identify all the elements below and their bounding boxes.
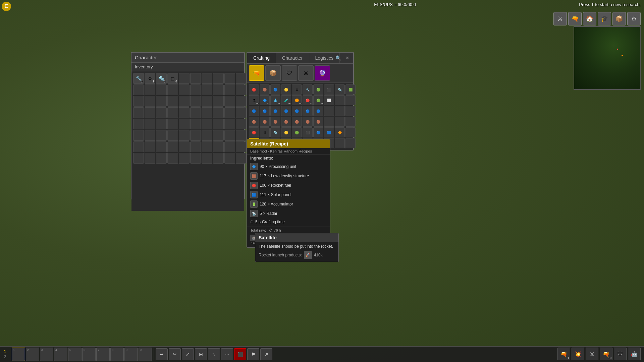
recipe-cell-r3c2[interactable]: 🔵 <box>260 106 270 116</box>
recipe-cell-r1c4[interactable]: 🟡 <box>281 84 291 95</box>
recipe-cell-r1c5[interactable]: ⚙ <box>292 84 302 95</box>
recipe-cell-r5c4[interactable]: 🟡 <box>281 127 291 137</box>
hotbar-slot-2[interactable]: 2 <box>26 348 39 361</box>
recipe-cell-r2c10[interactable] <box>345 95 356 105</box>
recipe-cell-r4c2[interactable]: 🟤 <box>260 117 270 127</box>
recipe-cell-r2c7[interactable]: 🟢∞ <box>313 95 323 105</box>
c-logo[interactable]: C <box>2 2 11 11</box>
recipe-cell-r2c9[interactable] <box>335 95 345 105</box>
cat-icon-gun[interactable]: 🔫 <box>249 65 264 81</box>
hotbar-slot-7[interactable]: 7 <box>96 348 110 361</box>
toolbar-icon-inventory[interactable]: 📦 <box>612 12 626 25</box>
inv-slot-14[interactable] <box>167 84 178 95</box>
recipe-cell-r6c10[interactable] <box>345 138 356 148</box>
right-icon-sword[interactable]: ⚔ <box>586 348 598 360</box>
inv-slot-54[interactable] <box>167 130 178 141</box>
toolbar-icon-combat[interactable]: ⚔ <box>553 12 567 25</box>
hotbar-slot-8[interactable]: 8 <box>110 348 124 361</box>
inv-slot-33[interactable] <box>156 107 167 118</box>
inv-slot-15[interactable] <box>179 84 190 95</box>
inv-slot-23[interactable] <box>156 96 167 107</box>
inv-slot-52[interactable] <box>145 130 155 141</box>
inv-slot-26[interactable] <box>190 96 201 107</box>
recipe-cell-r1c2[interactable]: 🟤 <box>260 84 270 95</box>
right-icon-shield[interactable]: 🛡 <box>614 348 627 360</box>
inv-slot-80[interactable] <box>236 153 247 164</box>
recipe-cell-r5c7[interactable]: 🔵 <box>313 127 323 137</box>
recipe-cell-r4c9[interactable] <box>335 117 345 127</box>
inv-slot-5[interactable] <box>179 73 190 84</box>
recipe-cell-r3c7[interactable]: 🔵 <box>313 106 323 116</box>
hotbar-slot-0[interactable]: 0 <box>139 348 152 361</box>
cat-icon-ammo[interactable]: 📦 <box>265 65 281 81</box>
inv-slot-24[interactable] <box>167 96 178 107</box>
inv-slot-29[interactable] <box>224 96 235 107</box>
recipe-cell-r2c6[interactable]: 🔴∞ <box>303 95 313 105</box>
recipe-cell-r4c1[interactable]: 🟤 <box>249 117 259 127</box>
recipe-cell-r6c9[interactable] <box>335 138 345 148</box>
recipe-cell-r2c1[interactable]: ⚗∞ <box>249 95 259 105</box>
inv-slot-60[interactable] <box>236 130 247 141</box>
recipe-cell-r2c4[interactable]: 🧪∞ <box>281 95 291 105</box>
inv-slot-53[interactable] <box>156 130 167 141</box>
tab-crafting[interactable]: Crafting <box>247 53 276 63</box>
hotbar-slot-3[interactable]: 3 <box>40 348 53 361</box>
action-dots[interactable]: ··· <box>221 348 233 360</box>
inv-slot-46[interactable] <box>190 119 201 129</box>
inv-slot-8[interactable] <box>213 73 224 84</box>
inv-slot-3[interactable]: 🔩1 <box>156 73 167 84</box>
hotbar-slot-4[interactable]: 4 <box>54 348 67 361</box>
inv-slot-57[interactable] <box>202 130 212 141</box>
inv-slot-11[interactable] <box>133 84 144 95</box>
minimap[interactable] <box>574 26 641 90</box>
recipe-cell-r5c1[interactable]: 🔴 <box>249 127 259 137</box>
close-button[interactable]: ✕ <box>343 54 352 62</box>
inv-slot-4[interactable]: ◻8 <box>167 73 178 84</box>
inv-slot-36[interactable] <box>190 107 201 118</box>
inv-slot-44[interactable] <box>167 119 178 129</box>
cat-icon-weapon2[interactable]: ⚔ <box>298 65 314 81</box>
right-icon-gun2[interactable]: 🔫10 <box>600 348 612 360</box>
action-expand[interactable]: ⤡ <box>208 348 220 360</box>
recipe-cell-r2c8[interactable]: ⬜ <box>324 95 334 105</box>
recipe-cell-r1c6[interactable]: 🔧 <box>303 84 313 95</box>
recipe-cell-r3c6[interactable]: 🔵 <box>303 106 313 116</box>
inv-slot-38[interactable] <box>213 107 224 118</box>
hotbar-slot-5[interactable]: 5 <box>68 348 82 361</box>
inv-slot-79[interactable] <box>224 153 235 164</box>
action-cut[interactable]: ✂ <box>169 348 181 360</box>
inv-slot-45[interactable] <box>179 119 190 129</box>
action-undo[interactable]: ↩ <box>156 348 168 360</box>
inv-slot-27[interactable] <box>202 96 212 107</box>
inv-slot-66[interactable] <box>190 141 201 152</box>
inv-slot-64[interactable] <box>167 141 178 152</box>
inv-slot-32[interactable] <box>145 107 155 118</box>
inv-slot-25[interactable] <box>179 96 190 107</box>
search-button[interactable]: 🔍 <box>334 54 342 62</box>
inv-slot-77[interactable] <box>202 153 212 164</box>
inv-slot-20[interactable] <box>236 84 247 95</box>
inv-slot-1[interactable]: 🔧1 <box>133 73 144 84</box>
inv-slot-70[interactable] <box>236 141 247 152</box>
recipe-cell-r3c10[interactable] <box>345 106 356 116</box>
inv-slot-47[interactable] <box>202 119 212 129</box>
inv-slot-34[interactable] <box>167 107 178 118</box>
inv-slot-39[interactable] <box>224 107 235 118</box>
recipe-cell-r3c3[interactable]: 🔵 <box>270 106 280 116</box>
tab-character[interactable]: Character <box>276 53 309 63</box>
recipe-cell-r5c2[interactable]: ⚙ <box>260 127 270 137</box>
inv-slot-9[interactable] <box>224 73 235 84</box>
inv-slot-12[interactable] <box>145 84 155 95</box>
inv-slot-71[interactable] <box>133 153 144 164</box>
right-icon-gun[interactable]: 🔫1 <box>557 348 570 360</box>
inv-slot-65[interactable] <box>179 141 190 152</box>
inv-slot-74[interactable] <box>167 153 178 164</box>
inv-slot-78[interactable] <box>213 153 224 164</box>
hotbar-slot-6[interactable]: 6 <box>82 348 96 361</box>
inv-slot-63[interactable] <box>156 141 167 152</box>
inv-slot-68[interactable] <box>213 141 224 152</box>
recipe-cell-r3c1[interactable]: 🔵 <box>249 106 259 116</box>
recipe-cell-r5c9[interactable]: 🔶 <box>335 127 345 137</box>
inv-slot-13[interactable] <box>156 84 167 95</box>
toolbar-icon-research[interactable]: 🎓 <box>598 12 611 25</box>
